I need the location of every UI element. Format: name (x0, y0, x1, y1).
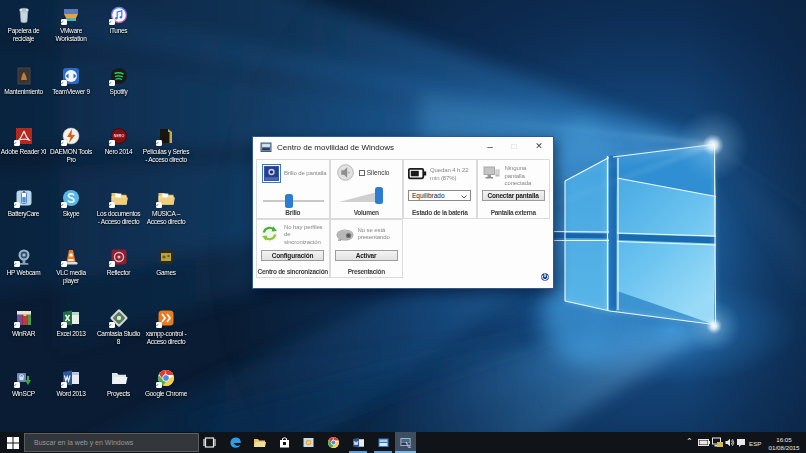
svg-text:NERO: NERO (113, 134, 124, 138)
